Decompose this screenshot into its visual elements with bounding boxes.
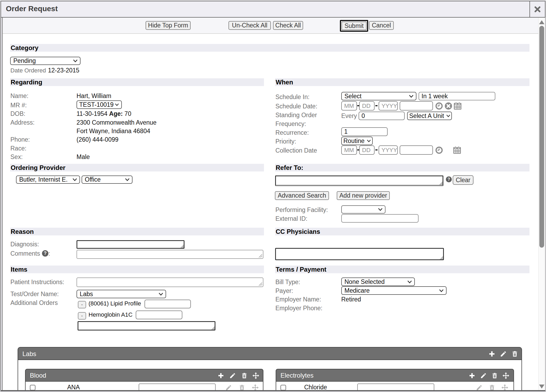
svg-text:?: ? xyxy=(44,251,47,256)
svg-text:?: ? xyxy=(448,177,450,182)
